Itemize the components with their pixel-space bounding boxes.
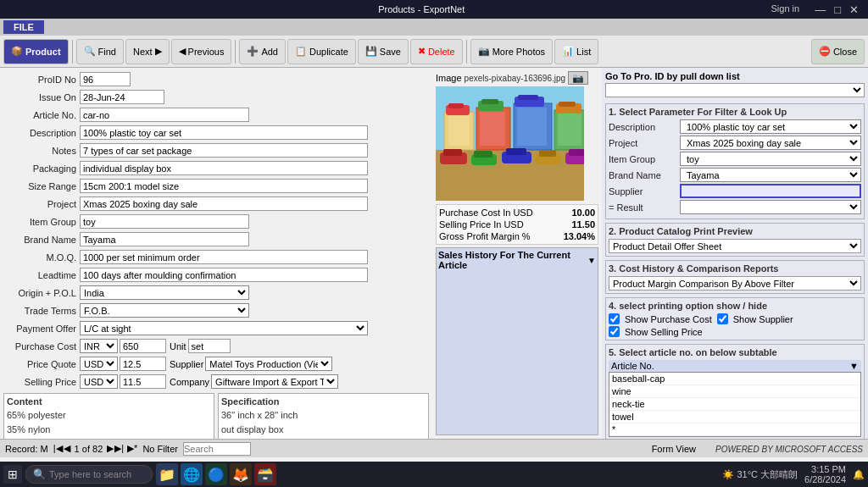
delete-button[interactable]: ✖ Delete [410,39,463,64]
unit-input[interactable] [188,339,231,353]
taskbar-app-chrome[interactable]: 🔵 [205,463,227,485]
article-row-4[interactable]: towel [609,411,860,423]
supplier-select[interactable]: Matel Toys Production (Vietnam) Fact [205,357,332,371]
search-input[interactable] [183,442,251,456]
purchase-currency-select[interactable]: INR [80,339,118,353]
list-button[interactable]: 📊 List [554,39,598,64]
section5: 5. Select article no. on below subtable … [605,344,865,439]
taskbar-app-edge[interactable]: 🌐 [181,463,203,485]
project-filter-row: Project Xmas 2025 boxing day sale [609,136,861,150]
taskbar-app-firefox[interactable]: 🦊 [230,463,252,485]
origin-select[interactable]: India [80,285,249,300]
next-button[interactable]: Next ▶ [125,39,170,64]
tradeterms-select[interactable]: F.O.B. [80,303,249,318]
duplicate-button[interactable]: 📋 Duplicate [287,39,356,64]
save-icon: 💾 [365,46,377,57]
goto-label: Go To Pro. ID by pull down list [605,71,865,81]
brandname-row: Brand Name [3,231,429,247]
article-table: baseball-cap wine neck-tie towel * [609,372,861,437]
company-select[interactable]: Giftware Import & Export Trading Ltd [211,374,338,389]
show-purchase-cost-checkbox[interactable] [609,313,620,324]
description-row: Description [3,125,429,141]
show-selling-label: Show Selling Price [625,327,703,337]
section1: 1. Select Parameter For Filter & Look Up… [605,103,865,219]
brand-filter-select[interactable]: Tayama [680,168,861,182]
purchase-cost-input[interactable] [120,339,166,353]
show-supplier-label: Show Supplier [733,314,793,324]
record-nav-next[interactable]: ▶ [107,443,114,454]
add-button[interactable]: ➕ Add [239,39,286,64]
desc-filter-select[interactable]: 100% plastic toy car set [680,119,861,134]
goto-section: Go To Pro. ID by pull down list [605,71,865,101]
article-row-2[interactable]: wine [609,385,860,398]
taskbar-search-box[interactable]: 🔍 Type here to search [25,465,153,484]
packaging-row: Packaging [3,160,429,176]
delete-icon: ✖ [418,46,426,57]
brandname-input[interactable] [80,232,249,246]
save-button[interactable]: 💾 Save [358,39,409,64]
find-button[interactable]: 🔍 Find [76,39,124,64]
goto-select[interactable] [605,83,865,97]
svg-rect-15 [518,95,538,100]
sizerange-input[interactable] [80,179,368,193]
start-button[interactable]: ⊞ [3,465,22,484]
article-row-1[interactable]: baseball-cap [609,373,860,385]
description-input[interactable] [80,125,368,140]
record-nav-new[interactable]: ▶* [127,443,137,454]
payment-select[interactable]: L/C at sight [80,321,368,335]
company-label: Company [170,377,209,387]
show-supplier-checkbox[interactable] [717,313,728,324]
minimize-btn[interactable]: — [812,3,828,16]
itemgroup-input[interactable] [80,214,249,229]
sales-history-section: Sales History For The Current Article ▼ [436,247,598,435]
cost-comparison-select[interactable]: Product Margin Comparison By Above Filte… [609,276,861,291]
pricequote-currency-select[interactable]: USD [80,357,118,371]
pricequote-label: Price Quote [3,359,80,369]
taskbar-app-access[interactable]: 🗃️ [254,463,276,485]
notes-input[interactable] [80,143,368,158]
issueon-input[interactable] [80,90,164,104]
record-nav-last[interactable]: ▶| [114,443,124,454]
menu-bar: FILE [0,19,868,36]
sellingprice-label: Selling Price [3,377,80,387]
article-row-5[interactable]: * [609,423,860,436]
close-button[interactable]: ⛔ Close [811,39,865,64]
pricequote-input[interactable] [120,357,166,371]
record-nav-prev[interactable]: ◀ [64,443,70,454]
svg-rect-17 [559,102,576,107]
record-nav-first[interactable]: |◀ [53,443,63,454]
close-btn-title[interactable]: ✕ [847,3,861,16]
menu-file[interactable]: FILE [3,20,44,34]
catalog-select[interactable]: Product Detail Offer Sheet [609,239,861,253]
articleno-input[interactable] [80,108,249,122]
proid-input[interactable] [80,72,131,86]
maximize-btn[interactable]: □ [832,3,843,16]
product-button[interactable]: 📦 Product [3,39,69,64]
more-photos-button[interactable]: 📷 More Photos [470,39,553,64]
result-select[interactable] [680,200,861,214]
selling-price-input[interactable] [120,374,166,389]
selling-currency-select[interactable]: USD [80,374,118,389]
section3: 3. Cost History & Comparison Reports Pro… [605,260,865,294]
project-filter-select[interactable]: Xmas 2025 boxing day sale [680,136,861,150]
moq-input[interactable] [80,250,368,264]
project-input[interactable] [80,196,368,211]
brand-filter-label: Brand Name [609,170,676,180]
leadtime-input[interactable] [80,268,368,282]
form-view-area: Form View POWERED BY MICROSOFT ACCESS [251,444,868,454]
supplier-filter-input[interactable] [680,184,861,198]
itemgroup-filter-select[interactable]: toy [680,152,861,166]
selling-usd-value: 11.50 [571,219,595,230]
taskbar-app-files[interactable]: 📁 [156,463,178,485]
right-panel: Go To Pro. ID by pull down list 1. Selec… [602,68,868,439]
article-row-3[interactable]: neck-tie [609,398,860,411]
sizerange-label: Size Range [3,181,80,191]
record-position: 1 of 82 [71,444,107,454]
show-selling-price-checkbox[interactable] [609,326,620,337]
photo-svg [436,86,584,201]
packaging-input[interactable] [80,161,368,175]
taskbar-apps: 📁 🌐 🔵 🦊 🗃️ [156,463,276,485]
previous-button[interactable]: ◀ Previous [171,39,232,64]
image-camera-btn[interactable]: 📷 [568,71,588,85]
sign-in-label[interactable]: Sign in [769,3,803,16]
